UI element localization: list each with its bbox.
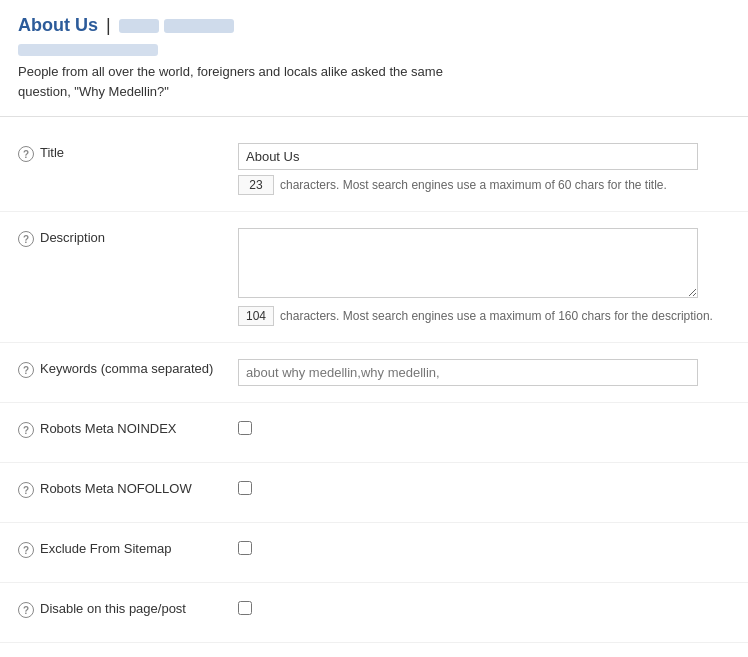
exclude-sitemap-help-icon[interactable]: ?	[18, 542, 34, 558]
description-char-count: 104	[238, 306, 274, 326]
page-title-row: About Us |	[18, 15, 730, 36]
title-char-hint: characters. Most search engines use a ma…	[280, 178, 667, 192]
disable-page-label: Disable on this page/post	[40, 601, 186, 616]
disable-page-help-icon[interactable]: ?	[18, 602, 34, 618]
page-description: People from all over the world, foreigne…	[18, 62, 478, 101]
top-section: About Us | People from all over the worl…	[0, 0, 748, 117]
keywords-help-icon[interactable]: ?	[18, 362, 34, 378]
exclude-sitemap-checkbox[interactable]	[238, 541, 252, 555]
form-section: ? Title 23 characters. Most search engin…	[0, 117, 748, 643]
page-title: About Us	[18, 15, 98, 36]
nofollow-label: Robots Meta NOFOLLOW	[40, 481, 192, 496]
exclude-sitemap-label: Exclude From Sitemap	[40, 541, 172, 556]
nofollow-field-row: ? Robots Meta NOFOLLOW	[0, 463, 748, 523]
keywords-label-col: ? Keywords (comma separated)	[18, 359, 238, 378]
disable-page-input-col	[238, 599, 730, 618]
keywords-input-col	[238, 359, 730, 386]
description-input-col: 104 characters. Most search engines use …	[238, 228, 730, 326]
noindex-help-icon[interactable]: ?	[18, 422, 34, 438]
nofollow-input-col	[238, 479, 730, 498]
breadcrumb-item-1	[119, 19, 159, 33]
title-char-count: 23	[238, 175, 274, 195]
title-separator: |	[106, 15, 111, 36]
noindex-checkbox[interactable]	[238, 421, 252, 435]
title-label-col: ? Title	[18, 143, 238, 162]
keywords-field-row: ? Keywords (comma separated)	[0, 343, 748, 403]
noindex-label: Robots Meta NOINDEX	[40, 421, 177, 436]
exclude-sitemap-label-col: ? Exclude From Sitemap	[18, 539, 238, 558]
description-label: Description	[40, 230, 105, 245]
noindex-field-row: ? Robots Meta NOINDEX	[0, 403, 748, 463]
description-char-row: 104 characters. Most search engines use …	[238, 306, 730, 326]
nofollow-checkbox[interactable]	[238, 481, 252, 495]
description-help-icon[interactable]: ?	[18, 231, 34, 247]
title-input-col: 23 characters. Most search engines use a…	[238, 143, 730, 195]
breadcrumb	[119, 19, 234, 33]
exclude-sitemap-input-col	[238, 539, 730, 558]
exclude-sitemap-field-row: ? Exclude From Sitemap	[0, 523, 748, 583]
title-char-row: 23 characters. Most search engines use a…	[238, 175, 730, 195]
description-field-row: ? Description 104 characters. Most searc…	[0, 212, 748, 343]
keywords-input[interactable]	[238, 359, 698, 386]
title-label: Title	[40, 145, 64, 160]
disable-page-checkbox[interactable]	[238, 601, 252, 615]
page-url	[18, 44, 158, 56]
breadcrumb-item-2	[164, 19, 234, 33]
disable-page-field-row: ? Disable on this page/post	[0, 583, 748, 643]
description-label-col: ? Description	[18, 228, 238, 247]
title-help-icon[interactable]: ?	[18, 146, 34, 162]
title-field-row: ? Title 23 characters. Most search engin…	[0, 127, 748, 212]
description-textarea[interactable]	[238, 228, 698, 298]
description-char-hint: characters. Most search engines use a ma…	[280, 309, 713, 323]
disable-page-label-col: ? Disable on this page/post	[18, 599, 238, 618]
keywords-label: Keywords (comma separated)	[40, 361, 213, 376]
nofollow-label-col: ? Robots Meta NOFOLLOW	[18, 479, 238, 498]
title-input[interactable]	[238, 143, 698, 170]
nofollow-help-icon[interactable]: ?	[18, 482, 34, 498]
noindex-input-col	[238, 419, 730, 438]
noindex-label-col: ? Robots Meta NOINDEX	[18, 419, 238, 438]
